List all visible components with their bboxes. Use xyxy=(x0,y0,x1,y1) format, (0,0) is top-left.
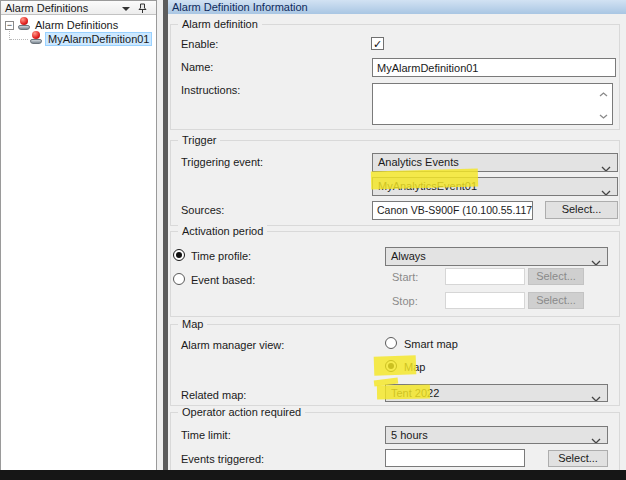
bottom-bar xyxy=(0,470,626,480)
alarm-definition-icon xyxy=(29,31,43,45)
chevron-down-icon xyxy=(591,254,601,266)
time-limit-label: Time limit: xyxy=(181,429,231,441)
events-triggered-input[interactable] xyxy=(385,449,525,467)
pane-title: Alarm Definitions xyxy=(5,2,88,14)
sources-select-button[interactable]: Select... xyxy=(545,201,618,219)
instructions-textarea[interactable] xyxy=(372,83,613,125)
start-label: Start: xyxy=(392,271,418,283)
alarm-manager-view-label: Alarm manager view: xyxy=(181,339,284,351)
stop-input xyxy=(445,292,525,309)
tree-connector xyxy=(10,39,28,40)
details-pane-title: Alarm Definition Information xyxy=(168,0,626,14)
sources-value: Canon VB-S900F (10.100.55.117) - xyxy=(377,204,533,216)
triggering-event-value: Analytics Events xyxy=(378,156,459,168)
tree-item-alarm-definitions[interactable]: Alarm Definitions xyxy=(35,19,118,31)
smart-map-label: Smart map xyxy=(404,338,458,350)
map-radio[interactable] xyxy=(385,360,397,372)
enable-checkbox[interactable]: ✓ xyxy=(371,37,384,50)
smart-map-radio[interactable] xyxy=(385,337,397,349)
event-based-radio[interactable] xyxy=(173,273,185,285)
checkmark-icon: ✓ xyxy=(373,38,382,50)
time-profile-value: Always xyxy=(391,250,426,262)
time-limit-value: 5 hours xyxy=(391,429,428,441)
time-limit-select[interactable]: 5 hours xyxy=(385,426,608,444)
analytics-event-select[interactable]: MyAnalyticsEvent01 xyxy=(372,177,618,196)
map-radio-label: Map xyxy=(404,361,425,373)
pane-header: Alarm Definitions xyxy=(1,1,156,15)
enable-label: Enable: xyxy=(181,38,218,50)
stop-select-button: Select... xyxy=(528,292,584,309)
stop-label: Stop: xyxy=(392,295,418,307)
sources-label: Sources: xyxy=(181,204,224,216)
scroll-down-icon[interactable] xyxy=(599,109,608,121)
related-map-select[interactable]: Tent 2022 xyxy=(385,384,608,402)
triggering-event-select[interactable]: Analytics Events xyxy=(372,153,618,172)
events-triggered-label: Events triggered: xyxy=(181,453,264,465)
scroll-up-icon[interactable] xyxy=(599,87,608,99)
chevron-down-icon[interactable] xyxy=(122,7,130,11)
related-map-label: Related map: xyxy=(181,389,246,401)
tree-collapse-toggle[interactable]: − xyxy=(5,21,14,30)
start-input xyxy=(445,268,525,285)
name-input[interactable] xyxy=(372,58,616,77)
app-window: Alarm Definitions − Alarm Definitions My… xyxy=(0,0,626,480)
pin-icon[interactable] xyxy=(138,3,147,16)
group-label: Map xyxy=(178,318,207,330)
time-profile-select[interactable]: Always xyxy=(385,247,608,266)
chevron-down-icon xyxy=(601,160,611,172)
panel-splitter-bar[interactable] xyxy=(163,0,168,471)
group-label: Operator action required xyxy=(178,406,305,418)
name-label: Name: xyxy=(181,61,213,73)
related-map-value: Tent 2022 xyxy=(391,387,439,399)
event-based-label: Event based: xyxy=(191,274,255,286)
chevron-down-icon xyxy=(591,390,601,402)
group-label: Trigger xyxy=(178,134,220,146)
events-triggered-select-button[interactable]: Select... xyxy=(548,450,608,467)
alarm-definition-icon xyxy=(17,17,31,31)
sources-input[interactable]: Canon VB-S900F (10.100.55.117) - xyxy=(372,201,533,220)
start-select-button: Select... xyxy=(528,268,584,285)
instructions-label: Instructions: xyxy=(181,84,240,96)
triggering-event-label: Triggering event: xyxy=(181,156,263,168)
tree-item-myalarmdefinition01[interactable]: MyAlarmDefinition01 xyxy=(45,32,152,46)
group-label: Activation period xyxy=(178,225,267,237)
analytics-event-value: MyAnalyticsEvent01 xyxy=(378,180,477,192)
group-label: Alarm definition xyxy=(178,18,262,30)
time-profile-label: Time profile: xyxy=(191,250,251,262)
chevron-down-icon xyxy=(601,184,611,196)
time-profile-radio[interactable] xyxy=(173,249,185,261)
alarm-definitions-pane: Alarm Definitions − Alarm Definitions My… xyxy=(0,0,157,471)
chevron-down-icon xyxy=(591,432,601,444)
